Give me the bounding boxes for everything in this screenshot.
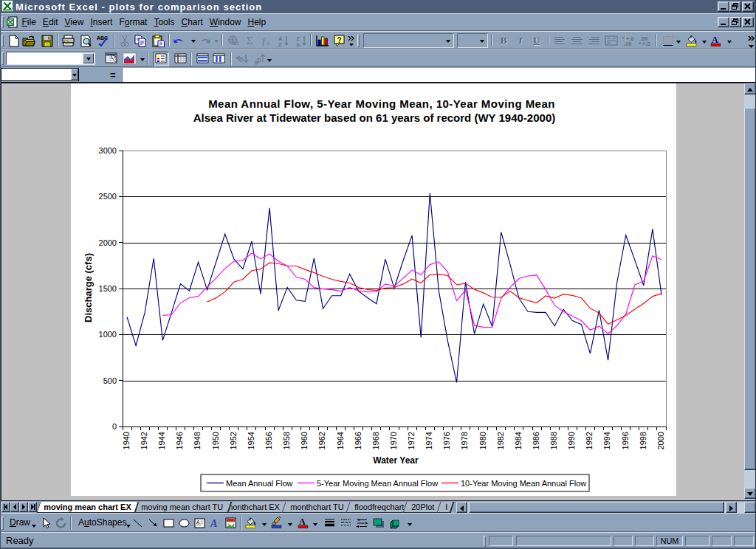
svg-text:1986: 1986 bbox=[532, 432, 540, 449]
svg-text:1944: 1944 bbox=[157, 432, 166, 449]
svg-text:500: 500 bbox=[103, 376, 117, 385]
svg-text:1996: 1996 bbox=[621, 432, 630, 449]
svg-text:1984: 1984 bbox=[514, 432, 523, 449]
svg-text:ab: ab bbox=[252, 56, 263, 66]
svg-text:Z: Z bbox=[278, 41, 282, 47]
svg-text:1966: 1966 bbox=[354, 432, 362, 449]
svg-text:1962: 1962 bbox=[317, 432, 326, 449]
svg-text:2500: 2500 bbox=[99, 192, 117, 201]
svg-text:1998: 1998 bbox=[639, 432, 647, 449]
svg-text:1990: 1990 bbox=[567, 432, 576, 449]
svg-text:A: A bbox=[296, 41, 300, 47]
svg-text:5-Year Moving Mean Annual Flow: 5-Year Moving Mean Annual Flow bbox=[317, 479, 438, 488]
svg-text:1968: 1968 bbox=[371, 432, 380, 449]
svg-text:1958: 1958 bbox=[282, 432, 291, 449]
svg-text:1992: 1992 bbox=[585, 432, 594, 449]
svg-text:1942: 1942 bbox=[140, 432, 148, 449]
svg-text:1974: 1974 bbox=[425, 432, 433, 449]
svg-text:Discharge (cfs): Discharge (cfs) bbox=[83, 253, 94, 322]
svg-text:ab: ab bbox=[235, 53, 245, 63]
svg-text:+.0: +.0 bbox=[642, 41, 650, 46]
svg-text:1000: 1000 bbox=[99, 330, 117, 339]
svg-text:2000: 2000 bbox=[656, 432, 665, 449]
svg-text:A: A bbox=[210, 518, 217, 529]
svg-text:1964: 1964 bbox=[336, 432, 345, 449]
svg-text:1960: 1960 bbox=[300, 432, 309, 449]
svg-text:1956: 1956 bbox=[264, 432, 273, 449]
svg-text:2000: 2000 bbox=[99, 238, 117, 247]
svg-text:1500: 1500 bbox=[99, 284, 117, 293]
svg-text:0: 0 bbox=[112, 422, 117, 431]
svg-text:1982: 1982 bbox=[496, 432, 505, 449]
svg-text:Alsea River at Tidewater based: Alsea River at Tidewater based on 61 yea… bbox=[193, 111, 556, 124]
svg-text:Mean Annual Flow, 5-Year Movin: Mean Annual Flow, 5-Year Moving Mean, 10… bbox=[208, 97, 555, 110]
svg-text:Mean Annual Flow: Mean Annual Flow bbox=[226, 479, 293, 488]
svg-text:A: A bbox=[196, 519, 200, 525]
svg-text:10-Year Moving Mean Annual Flo: 10-Year Moving Mean Annual Flow bbox=[461, 479, 586, 488]
svg-text:1940: 1940 bbox=[122, 432, 131, 449]
svg-text:x: x bbox=[266, 39, 269, 46]
svg-text:1952: 1952 bbox=[229, 432, 238, 449]
svg-text:1988: 1988 bbox=[549, 432, 558, 449]
svg-text:Water Year: Water Year bbox=[373, 455, 419, 466]
svg-text:?: ? bbox=[337, 36, 342, 44]
svg-text:1950: 1950 bbox=[211, 432, 220, 449]
svg-text:1972: 1972 bbox=[407, 432, 416, 449]
svg-text:1946: 1946 bbox=[175, 432, 184, 449]
svg-text:1980: 1980 bbox=[478, 432, 487, 449]
svg-text:1978: 1978 bbox=[460, 432, 469, 449]
svg-text:Σ: Σ bbox=[247, 35, 252, 46]
svg-text:1948: 1948 bbox=[193, 432, 202, 449]
svg-text:1970: 1970 bbox=[389, 432, 398, 449]
svg-text:1954: 1954 bbox=[247, 432, 255, 449]
svg-text:1994: 1994 bbox=[602, 432, 611, 449]
svg-text:.00: .00 bbox=[624, 41, 631, 46]
svg-text:1976: 1976 bbox=[442, 432, 451, 449]
svg-text:3000: 3000 bbox=[99, 146, 117, 155]
